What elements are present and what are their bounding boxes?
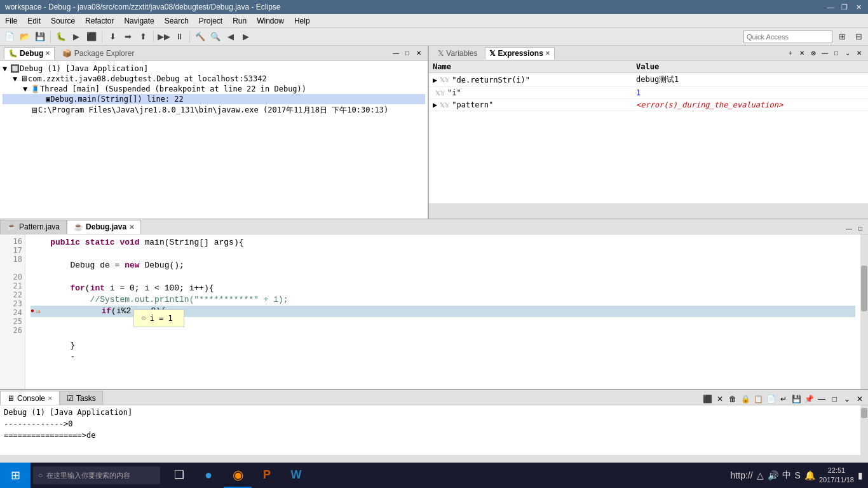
toolbar-run[interactable]: ▶: [69, 30, 83, 44]
console-v-scrollbar[interactable]: [860, 405, 868, 455]
console-scrollbar-thumb[interactable]: [861, 408, 867, 418]
console-remove[interactable]: ✕: [714, 393, 726, 405]
debug-close[interactable]: ✕: [414, 48, 424, 58]
vars-row-2[interactable]: 𝕏𝕐 "i" 1: [429, 87, 868, 99]
package-explorer-tab[interactable]: 📦 Package Explorer: [57, 48, 139, 59]
vars-expand-1[interactable]: ▶: [433, 76, 437, 85]
vars-removeall[interactable]: ⊗: [808, 48, 818, 58]
tasks-tab[interactable]: ☑ Tasks: [60, 391, 103, 405]
menu-search[interactable]: Search: [159, 14, 194, 27]
taskbar-app-taskview[interactable]: ❑: [165, 463, 193, 488]
console-chevron[interactable]: ⌄: [841, 393, 853, 405]
variables-tab[interactable]: 𝕏 Variables: [433, 48, 482, 59]
expressions-tab-x[interactable]: ✕: [545, 50, 550, 57]
editor-maximize[interactable]: □: [855, 224, 865, 234]
toolbar-step-into[interactable]: ⬇: [105, 30, 119, 44]
console-copy[interactable]: 📋: [752, 393, 764, 405]
vars-add[interactable]: +: [785, 48, 796, 58]
tray-volume[interactable]: 🔊: [768, 470, 778, 480]
editor-scrollbar-thumb[interactable]: [861, 266, 867, 312]
toolbar-perspectives[interactable]: ⊞: [835, 30, 849, 44]
debug-tree-row5[interactable]: 🖥 C:\Program Files\Java\jre1.8.0_131\bin…: [3, 104, 425, 116]
editor-v-scrollbar[interactable]: [860, 234, 868, 389]
toolbar-save[interactable]: 💾: [33, 30, 47, 44]
console-tab[interactable]: 🖥 Console ✕: [0, 391, 60, 405]
debug-minimize[interactable]: —: [391, 48, 401, 58]
editor-minimize[interactable]: —: [844, 224, 854, 234]
debug-tree-row3[interactable]: ▼ 🧵 Thread [main] (Suspended (breakpoint…: [3, 84, 425, 94]
debug-tab-x[interactable]: ✕: [45, 50, 50, 57]
menu-run[interactable]: Run: [227, 14, 252, 27]
menu-source[interactable]: Source: [46, 14, 80, 27]
toolbar-build[interactable]: 🔨: [193, 30, 207, 44]
tab-debug-close[interactable]: ✕: [129, 224, 134, 231]
menu-edit[interactable]: Edit: [22, 14, 46, 27]
toolbar-open[interactable]: 📂: [18, 30, 32, 44]
taskbar-clock[interactable]: 22:51 2017/11/18: [819, 466, 854, 485]
debug-tab[interactable]: 🐛 Debug ✕: [4, 47, 55, 60]
console-scroll-lock[interactable]: 🔒: [740, 393, 751, 405]
menu-window[interactable]: Window: [252, 14, 289, 27]
toolbar-resume[interactable]: ▶▶: [157, 30, 171, 44]
console-close[interactable]: ✕: [48, 395, 53, 402]
menu-project[interactable]: Project: [194, 14, 227, 27]
toolbar-open-perspective[interactable]: ⊟: [851, 30, 865, 44]
debug-maximize[interactable]: □: [402, 48, 412, 58]
tab-debug-java[interactable]: ☕ Debug.java ✕: [67, 220, 141, 234]
console-output[interactable]: Debug (1) [Java Application] -----------…: [0, 405, 860, 455]
console-save[interactable]: 💾: [790, 393, 802, 405]
vars-row-1[interactable]: ▶ 𝕏𝕐 "de.returnStr(i)" debug测试1: [429, 73, 868, 87]
debug-tree-row2[interactable]: ▼ 🖥 com.zzxtit.java08.debugtest.Debug at…: [3, 74, 425, 84]
vars-maximize[interactable]: □: [831, 48, 841, 58]
vars-remove[interactable]: ✕: [797, 48, 807, 58]
menu-refactor[interactable]: Refactor: [80, 14, 119, 27]
vars-minimize[interactable]: —: [820, 48, 830, 58]
expressions-tab[interactable]: 𝕏 Expressions ✕: [485, 47, 554, 60]
console-paste[interactable]: 📄: [765, 393, 776, 405]
menu-file[interactable]: File: [0, 14, 22, 27]
tray-antivirus[interactable]: S: [795, 470, 801, 480]
console-clear[interactable]: 🗑: [727, 393, 738, 405]
tray-notification[interactable]: 🔔: [804, 470, 815, 480]
taskbar-app-powerpoint[interactable]: P: [253, 463, 281, 488]
toolbar-step-over[interactable]: ➡: [121, 30, 135, 44]
tray-network[interactable]: △: [757, 470, 764, 480]
tab-pattern-java[interactable]: ☕ Pattern.java: [0, 220, 67, 234]
toolbar-search2[interactable]: 🔍: [208, 30, 222, 44]
toolbar-new[interactable]: 📄: [3, 30, 17, 44]
maximize-button[interactable]: ❐: [840, 3, 849, 11]
start-button[interactable]: ⊞: [0, 463, 31, 488]
vars-bottom-scroll[interactable]: [429, 211, 868, 219]
debug-tree-row4[interactable]: ▣ Debug.main(String[]) line: 22: [3, 94, 425, 104]
toolbar-back[interactable]: ◀: [224, 30, 238, 44]
tray-ime[interactable]: 中: [782, 470, 791, 481]
vars-h-scrollbar[interactable]: [429, 203, 868, 211]
taskbar-app-edge[interactable]: ●: [194, 463, 222, 488]
menu-help[interactable]: Help: [289, 14, 315, 27]
menu-navigate[interactable]: Navigate: [119, 14, 159, 27]
taskbar-app-eclipse[interactable]: ◉: [224, 463, 252, 488]
toolbar-stop[interactable]: ⬛: [85, 30, 98, 44]
toolbar-suspend[interactable]: ⏸: [172, 30, 186, 44]
vars-expand-3[interactable]: ▶: [433, 100, 437, 109]
toolbar-forward[interactable]: ▶: [239, 30, 253, 44]
vars-row-3[interactable]: ▶ 𝕏𝕐 "pattern" <error(s)_during_the_eval…: [429, 99, 868, 111]
show-desktop[interactable]: ▮: [858, 470, 863, 480]
vars-close[interactable]: ✕: [854, 48, 864, 58]
console-h-scrollbar[interactable]: [0, 455, 868, 463]
console-maximize[interactable]: □: [829, 393, 840, 405]
taskbar-app-word[interactable]: W: [282, 463, 310, 488]
toolbar-debug[interactable]: 🐛: [54, 30, 68, 44]
minimize-button[interactable]: —: [826, 3, 835, 11]
vars-chevron[interactable]: ⌄: [843, 48, 853, 58]
code-editor[interactable]: public static void main(String[] args){ …: [25, 234, 860, 389]
taskbar-search[interactable]: ○ 在这里输入你要搜索的内容: [33, 466, 160, 484]
toolbar-step-return[interactable]: ⬆: [136, 30, 150, 44]
console-word-wrap[interactable]: ↵: [778, 393, 789, 405]
console-close2[interactable]: ✕: [854, 393, 865, 405]
debug-tree-row[interactable]: ▼ 🔲 Debug (1) [Java Application]: [3, 64, 425, 74]
console-pin[interactable]: 📌: [803, 393, 815, 405]
quick-access-input[interactable]: [743, 30, 832, 43]
console-minimize[interactable]: —: [816, 393, 827, 405]
close-button[interactable]: ✕: [854, 3, 863, 11]
